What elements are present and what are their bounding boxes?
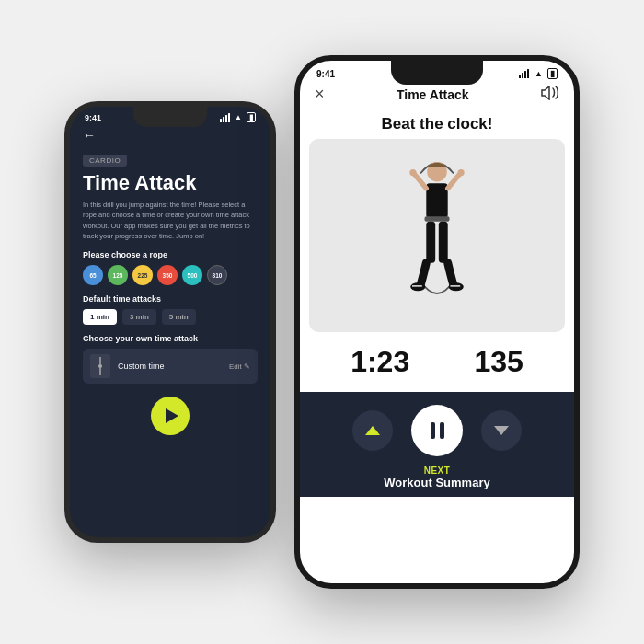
right-title: Time Attack [397,87,469,102]
chevron-down-icon [494,426,509,435]
rope-125[interactable]: 125 [108,265,128,285]
svg-rect-10 [426,222,435,263]
timer-display: 1:23 [351,345,409,379]
play-icon [166,408,178,423]
left-status-icons: ▲ ▮ [220,112,256,122]
controls-area: NEXT Workout Summary [300,392,574,497]
svg-rect-9 [425,216,450,221]
svg-rect-4 [426,183,447,218]
prev-button[interactable] [352,410,393,451]
svg-point-12 [410,282,425,291]
rope-350[interactable]: 350 [157,265,178,285]
stats-row: 1:23 135 [300,332,574,392]
time-5min[interactable]: 5 min [162,309,196,325]
custom-time-row: Custom time Edit ✎ [83,349,258,384]
right-phone: 9:41 ▲ ▮ × Time Attack [294,55,580,589]
left-time: 9:41 [85,113,101,122]
right-notch [391,61,483,85]
rope-225[interactable]: 225 [132,265,153,285]
athlete-area [309,139,565,332]
left-notch [133,107,207,127]
battery-icon-right: ▮ [547,68,558,79]
time-section-label: Default time attacks [83,294,258,304]
right-time: 9:41 [316,69,335,79]
close-button[interactable]: × [315,85,325,104]
next-workout-label: Workout Summary [384,476,489,489]
athlete-figure [396,148,478,323]
beat-clock-subtitle: Beat the clock! [300,111,574,139]
left-title: Time Attack [83,172,258,194]
cardio-badge: CARDIO [83,155,127,167]
signal-icon [220,113,230,122]
svg-point-8 [458,169,465,176]
next-ctrl-button[interactable] [481,410,522,451]
left-screen: ← CARDIO Time Attack In this drill you j… [70,124,270,529]
svg-rect-11 [439,222,448,263]
edit-button[interactable]: Edit ✎ [229,362,250,371]
right-status-icons: ▲ ▮ [519,68,558,79]
sound-button[interactable] [541,86,559,104]
wifi-icon-right: ▲ [535,69,543,78]
speaker-icon [541,86,559,100]
rope-500[interactable]: 500 [182,265,202,285]
left-description: In this drill you jump against the time!… [83,200,258,241]
rope-65[interactable]: 65 [83,265,103,285]
svg-point-1 [98,364,102,368]
rope-small-icon [94,357,107,375]
right-nav: × Time Attack [300,81,574,111]
chevron-up-icon [365,426,380,435]
pause-icon [431,422,444,439]
custom-section-label: Choose your own time attack [83,334,258,343]
custom-time-icon [90,354,110,378]
svg-line-6 [448,174,461,189]
rope-810[interactable]: 810 [207,265,227,285]
custom-time-label: Custom time [118,362,222,371]
svg-point-7 [409,169,416,176]
next-label: NEXT [424,466,451,476]
count-display: 135 [474,345,523,379]
rope-options: 65 125 225 350 500 810 [83,265,258,285]
play-button-container [83,397,258,435]
pause-button[interactable] [411,405,463,456]
battery-icon: ▮ [247,112,256,122]
rope-section-label: Please choose a rope [83,250,258,259]
controls-buttons [352,405,522,456]
svg-line-5 [414,174,427,189]
time-buttons: 1 min 3 min 5 min [83,309,258,325]
time-1min[interactable]: 1 min [83,309,117,325]
back-button[interactable]: ← [83,128,258,143]
svg-point-13 [449,282,464,291]
signal-icon-right [519,69,529,78]
time-3min[interactable]: 3 min [122,309,156,325]
wifi-icon: ▲ [235,113,242,121]
play-button[interactable] [151,397,190,435]
left-phone: 9:41 ▲ ▮ ← CARDIO Time Attack In this dr… [64,101,276,543]
